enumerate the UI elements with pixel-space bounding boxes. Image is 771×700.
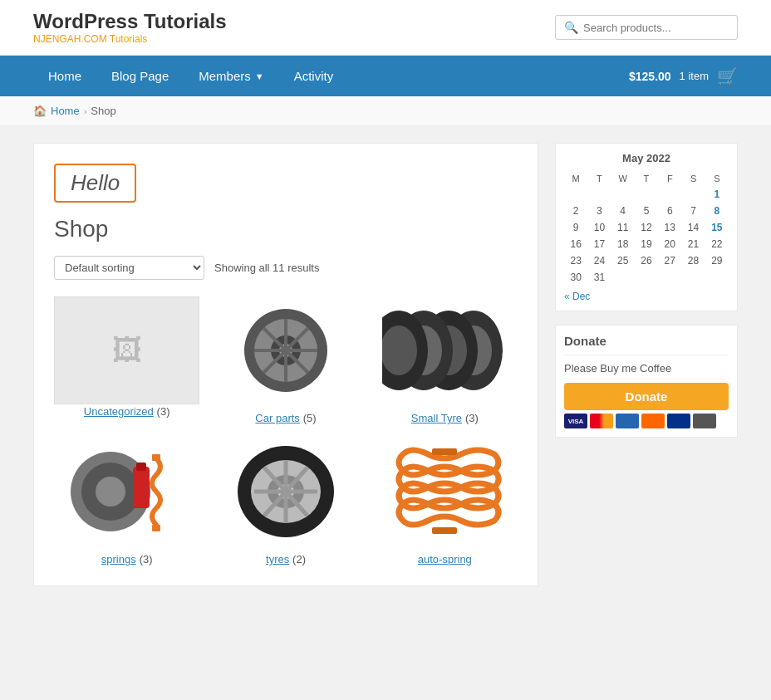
svg-rect-19 <box>133 467 150 508</box>
calendar-day: 20 <box>658 236 681 252</box>
calendar-day: 6 <box>658 203 681 219</box>
calendar-day: 23 <box>564 252 587 269</box>
svg-rect-20 <box>136 463 146 471</box>
nav-home[interactable]: Home <box>33 56 96 96</box>
auto-spring-image <box>386 442 503 541</box>
calendar-day: 21 <box>681 236 705 252</box>
product-name: Uncategorized <box>84 405 154 418</box>
members-dropdown-icon: ▼ <box>255 71 264 81</box>
svg-point-15 <box>382 326 417 375</box>
nav-blog[interactable]: Blog Page <box>96 56 184 96</box>
cart-price: $125.00 <box>629 70 671 83</box>
calendar-table: MTWTFSS 12345678910111213141516171819202… <box>564 171 729 286</box>
calendar-day: 18 <box>611 236 635 252</box>
cart-area[interactable]: $125.00 1 item 🛒 <box>629 66 738 86</box>
calendar-day <box>658 186 681 203</box>
calendar-day <box>611 269 635 286</box>
calendar-day <box>635 269 658 286</box>
shop-heading: Shop <box>54 216 518 242</box>
mastercard-icon <box>590 414 613 428</box>
calendar-day: 12 <box>635 219 658 236</box>
product-grid: 🖼 Uncategorized (3) <box>54 296 518 565</box>
calendar-day: 31 <box>587 269 611 286</box>
svg-rect-22 <box>152 525 160 531</box>
prev-month-link[interactable]: « Dec <box>564 291 590 302</box>
sort-select[interactable]: Default sortingSort by popularitySort by… <box>54 256 204 280</box>
visa-icon: VISA <box>564 414 587 428</box>
product-count: (2) <box>292 553 306 565</box>
calendar-day-link[interactable]: 8 <box>715 205 720 217</box>
calendar-day <box>705 269 729 286</box>
calendar-day: 13 <box>658 219 681 236</box>
site-title: WordPress Tutorials <box>33 10 227 33</box>
calendar-title: May 2022 <box>564 152 729 164</box>
calendar-day: 22 <box>705 236 729 252</box>
list-item[interactable]: springs (3) <box>54 438 199 565</box>
calendar-day: 24 <box>587 252 611 269</box>
site-subtitle: NJENGAH.COM Tutorials <box>33 33 227 45</box>
product-count: (5) <box>303 412 317 424</box>
calendar-nav[interactable]: « Dec <box>564 291 729 302</box>
svg-point-18 <box>96 477 125 507</box>
product-name: Small Tyre <box>411 412 462 424</box>
product-name: auto-spring <box>418 553 472 565</box>
calendar-day: 26 <box>635 252 658 269</box>
amex-icon <box>616 414 639 428</box>
calendar-day <box>587 186 611 203</box>
calendar-day: 9 <box>564 219 587 236</box>
product-name: tyres <box>266 553 289 565</box>
hello-label: Hello <box>71 170 120 195</box>
list-item[interactable]: 🖼 Uncategorized (3) <box>54 296 199 424</box>
svg-rect-31 <box>432 448 457 455</box>
product-count: (3) <box>465 412 479 424</box>
breadcrumb-bar: 🏠 Home › Shop <box>0 96 771 126</box>
list-item[interactable]: tyres (2) <box>213 438 358 565</box>
results-count: Showing all 11 results <box>214 262 319 274</box>
search-icon: 🔍 <box>564 21 578 34</box>
shop-area: Hello Shop Default sortingSort by popula… <box>33 143 538 586</box>
donate-title: Donate <box>564 334 729 348</box>
cart-icon[interactable]: 🛒 <box>717 66 738 86</box>
calendar-day: 5 <box>635 203 658 219</box>
nav-activity[interactable]: Activity <box>279 56 349 96</box>
hello-box: Hello <box>54 164 136 203</box>
search-input[interactable] <box>583 22 729 34</box>
calendar-day <box>611 186 635 203</box>
calendar-day <box>658 269 681 286</box>
calendar-day: 16 <box>564 236 587 252</box>
discover-icon <box>641 414 665 428</box>
calendar-day: 4 <box>611 203 635 219</box>
springs-image <box>65 442 189 541</box>
calendar-day <box>681 269 705 286</box>
cart-count: 1 item <box>680 70 709 82</box>
svg-rect-21 <box>152 454 160 461</box>
list-item[interactable]: Small Tyre (3) <box>372 296 518 424</box>
placeholder-icon: 🖼 <box>112 333 142 368</box>
calendar-day-link[interactable]: 1 <box>715 188 720 200</box>
site-nav: Home Blog Page Members ▼ Activity $125.0… <box>0 56 771 96</box>
list-item[interactable]: Car parts (5) <box>213 296 358 424</box>
donate-button[interactable]: Donate <box>564 383 729 410</box>
calendar-day: 19 <box>635 236 658 252</box>
small-tyre-image <box>382 305 507 396</box>
product-count: (3) <box>157 405 170 418</box>
list-item[interactable]: auto-spring <box>372 438 518 565</box>
other-icon <box>693 414 716 428</box>
breadcrumb-current: Shop <box>91 105 115 117</box>
payment-icons: VISA <box>564 414 729 428</box>
calendar-day: 14 <box>681 219 705 236</box>
calendar-widget: May 2022 MTWTFSS 12345678910111213141516… <box>555 143 738 311</box>
search-box[interactable]: 🔍 <box>555 15 738 40</box>
donate-widget: Donate Please Buy me Coffee Donate VISA <box>555 325 738 438</box>
calendar-day: 7 <box>681 203 705 219</box>
breadcrumb-home-link[interactable]: Home <box>51 105 80 117</box>
calendar-day-link[interactable]: 15 <box>711 222 722 233</box>
calendar-day: 29 <box>705 252 729 269</box>
product-name: Car parts <box>255 412 299 424</box>
tyres-image <box>228 442 344 541</box>
calendar-day: 3 <box>587 203 611 219</box>
calendar-day: 25 <box>611 252 635 269</box>
nav-members[interactable]: Members ▼ <box>184 56 278 96</box>
sidebar: May 2022 MTWTFSS 12345678910111213141516… <box>555 143 738 586</box>
paypal-icon <box>667 414 690 428</box>
